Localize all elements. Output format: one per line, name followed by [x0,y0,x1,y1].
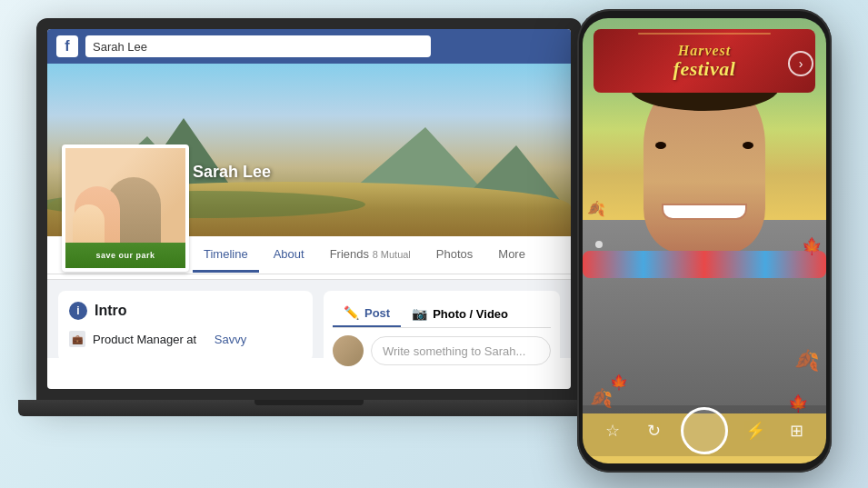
scarf [583,251,826,278]
forward-button[interactable]: › [788,51,813,76]
star-button[interactable]: ☆ [598,416,627,445]
banner-glow [638,33,771,35]
composer-input-row: Write something to Sarah... [333,335,551,366]
composer-tabs: ✏️ Post 📷 Photo / Video [333,300,551,328]
teeth [662,204,747,220]
laptop-screen: f Sarah Lee Sarah Lee [47,29,571,389]
star-icon: ☆ [605,421,620,441]
laptop-base [18,400,600,416]
intro-card: i Intro 💼 Product Manager at Savvy [58,291,313,362]
gallery-icon: ⊞ [790,421,803,441]
gallery-button[interactable]: ⊞ [782,416,811,445]
refresh-button[interactable]: ↻ [639,416,668,445]
shutter-button[interactable] [681,407,728,454]
nav-more[interactable]: More [487,238,536,273]
mobile-device: 🍂 🍁 🍂 🍁 🍂 🍁 Harvest festival › ☆ [577,9,841,482]
facebook-logo-icon: f [56,35,78,57]
intro-icon: i [69,302,87,320]
leaf-5: 🍂 [587,200,605,217]
camera-controls: ☆ ↻ ⚡ ⊞ [583,405,826,456]
facebook-sidebar: i Intro 💼 Product Manager at Savvy [58,291,313,347]
person-area [583,91,826,413]
pencil-icon: ✏️ [344,305,359,320]
photo-figure-3 [73,204,105,245]
nav-timeline[interactable]: Timeline [193,238,259,273]
person-face [644,91,765,253]
chevron-right-icon: › [799,56,803,71]
savvy-link[interactable]: Savvy [215,333,246,346]
laptop-body: f Sarah Lee Sarah Lee [36,18,582,400]
refresh-icon: ↻ [647,421,661,441]
leaf-6: 🍁 [802,236,822,256]
composer-avatar [333,335,364,366]
mobile-body: 🍂 🍁 🍂 🍁 🍂 🍁 Harvest festival › ☆ [577,9,832,473]
eyes [655,142,753,149]
flash-button[interactable]: ⚡ [741,416,770,445]
intro-title: i Intro [69,302,302,320]
mobile-screen: 🍂 🍁 🍂 🍁 🍂 🍁 Harvest festival › ☆ [583,18,826,463]
profile-section: save our park Timeline About Friends 8 M… [47,236,571,280]
festival-text: festival [673,59,736,79]
facebook-topbar: f Sarah Lee [47,29,571,64]
flash-icon: ⚡ [745,421,765,441]
laptop-device: f Sarah Lee Sarah Lee [36,18,600,482]
nav-friends[interactable]: Friends 8 Mutual [319,238,422,273]
left-eye [655,142,666,149]
profile-picture[interactable]: save our park [62,144,189,272]
leaf-2: 🍁 [610,373,628,391]
leaf-3: 🍂 [794,349,819,373]
nav-about[interactable]: About [263,238,315,273]
post-composer: ✏️ Post 📷 Photo / Video Write something … [324,291,560,375]
post-tab[interactable]: ✏️ Post [333,300,401,327]
photo-video-tab[interactable]: 📷 Photo / Video [401,300,519,327]
harvest-festival-banner: Harvest festival [594,29,815,93]
nav-photos[interactable]: Photos [425,238,484,273]
briefcase-icon: 💼 [69,331,85,347]
facebook-main-content: i Intro 💼 Product Manager at Savvy [47,280,571,358]
work-item: 💼 Product Manager at Savvy [69,327,302,351]
facebook-search-input[interactable]: Sarah Lee [85,35,431,57]
dot-indicator [595,241,603,248]
right-eye [743,142,753,149]
facebook-feed: ✏️ Post 📷 Photo / Video Write something … [324,291,560,347]
person-hair [630,91,779,111]
save-park-badge: save our park [65,243,185,268]
profile-name-on-cover: Sarah Lee [193,163,271,182]
composer-text-input[interactable]: Write something to Sarah... [371,336,551,365]
camera-icon: 📷 [412,306,427,321]
